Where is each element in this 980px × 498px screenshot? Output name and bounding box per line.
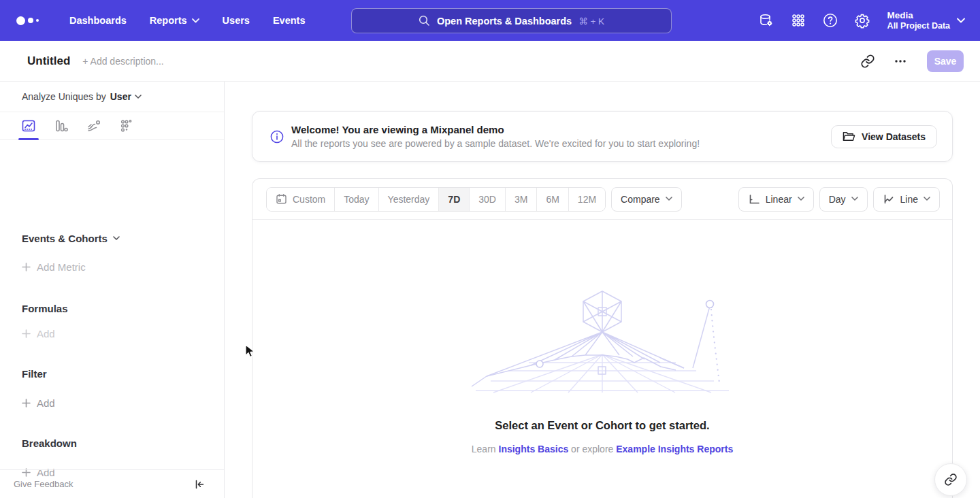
header-actions: Save bbox=[859, 50, 964, 72]
flows-icon bbox=[86, 118, 101, 133]
breakdown-section-title: Breakdown bbox=[22, 437, 77, 449]
give-feedback-link[interactable]: Give Feedback bbox=[14, 479, 73, 489]
range-3m[interactable]: 3M bbox=[505, 188, 536, 211]
retention-dots-icon bbox=[119, 118, 134, 133]
insights-line-chart-icon bbox=[21, 118, 36, 133]
interval-day-dropdown[interactable]: Day bbox=[819, 187, 868, 212]
nav-items: Dashboards Reports Users Events bbox=[69, 15, 305, 26]
analyze-row: Analyze Uniques by User bbox=[0, 82, 224, 112]
line-chart-icon bbox=[883, 193, 895, 205]
search-label: Open Reports & Dashboards bbox=[437, 16, 572, 27]
tab-flows[interactable] bbox=[86, 112, 102, 140]
tab-retention[interactable] bbox=[118, 112, 135, 140]
plus-icon bbox=[22, 329, 31, 338]
mixpanel-logo-icon[interactable] bbox=[16, 16, 46, 25]
data-management-icon[interactable] bbox=[758, 12, 774, 29]
linear-scale-dropdown[interactable]: Linear bbox=[738, 187, 814, 212]
report-header: Untitled + Add description... Save bbox=[0, 41, 980, 82]
add-formula-button[interactable]: Add bbox=[22, 328, 55, 339]
chevron-down-icon bbox=[798, 197, 804, 201]
chevron-down-icon bbox=[135, 95, 142, 99]
empty-state-links: Learn Insights Basics or explore Example… bbox=[472, 444, 733, 454]
plus-icon bbox=[22, 263, 31, 271]
tab-insights-line[interactable] bbox=[20, 112, 37, 140]
project-name: Media bbox=[887, 10, 950, 21]
filter-section-title: Filter bbox=[22, 368, 47, 380]
chart-type-line-dropdown[interactable]: Line bbox=[873, 187, 940, 212]
date-range-segmented-control: Custom Today Yesterday 7D 30D 3M 6M 12M bbox=[266, 187, 606, 212]
info-icon bbox=[270, 130, 284, 144]
nav-dashboards[interactable]: Dashboards bbox=[69, 15, 127, 26]
range-7d[interactable]: 7D bbox=[438, 188, 469, 211]
plus-icon bbox=[22, 399, 31, 408]
calendar-icon bbox=[276, 193, 287, 205]
analyze-label: Analyze Uniques by bbox=[22, 91, 106, 102]
nav-events[interactable]: Events bbox=[273, 15, 306, 26]
nav-users[interactable]: Users bbox=[223, 15, 250, 26]
chevron-down-icon bbox=[924, 197, 930, 201]
add-metric-button[interactable]: Add Metric bbox=[22, 261, 86, 273]
chevron-down-icon bbox=[666, 197, 672, 201]
visualization-tabs bbox=[0, 112, 224, 140]
search-shortcut: ⌘ + K bbox=[578, 16, 604, 27]
controls-bar: Custom Today Yesterday 7D 30D 3M 6M 12M … bbox=[252, 179, 952, 220]
banner-title: Welcome! You are viewing a Mixpanel demo bbox=[291, 124, 700, 135]
more-ellipsis-icon[interactable] bbox=[892, 52, 909, 70]
sidebar-footer: Give Feedback bbox=[0, 469, 224, 498]
range-custom[interactable]: Custom bbox=[267, 188, 334, 211]
link-icon[interactable] bbox=[859, 52, 877, 70]
project-scope: All Project Data bbox=[887, 21, 950, 31]
formulas-section-title: Formulas bbox=[22, 303, 68, 314]
add-filter-button[interactable]: Add bbox=[22, 397, 55, 409]
empty-state-illustration bbox=[466, 289, 738, 395]
chevron-down-icon bbox=[851, 197, 858, 201]
apps-grid-icon[interactable] bbox=[790, 12, 806, 29]
welcome-banner: Welcome! You are viewing a Mixpanel demo… bbox=[252, 111, 953, 162]
collapse-sidebar-icon[interactable] bbox=[194, 479, 205, 490]
example-insights-reports-link[interactable]: Example Insights Reports bbox=[616, 444, 733, 454]
add-description[interactable]: + Add description... bbox=[82, 56, 163, 67]
events-cohorts-section[interactable]: Events & Cohorts bbox=[22, 233, 120, 244]
bar-chart-icon bbox=[54, 118, 69, 133]
nav-reports[interactable]: Reports bbox=[150, 15, 199, 26]
report-card: Custom Today Yesterday 7D 30D 3M 6M 12M … bbox=[252, 178, 953, 498]
linear-axes-icon bbox=[748, 193, 760, 205]
link-icon bbox=[944, 473, 958, 486]
empty-state: Select an Event or Cohort to get started… bbox=[252, 220, 952, 454]
range-6m[interactable]: 6M bbox=[536, 188, 568, 211]
open-reports-search[interactable]: Open Reports & Dashboards ⌘ + K bbox=[351, 8, 672, 33]
content: Analyze Uniques by User bbox=[0, 82, 980, 498]
report-title[interactable]: Untitled bbox=[27, 54, 70, 68]
top-nav: Dashboards Reports Users Events Open Rep… bbox=[0, 0, 980, 41]
query-sidebar: Analyze Uniques by User bbox=[0, 82, 225, 498]
insights-basics-link[interactable]: Insights Basics bbox=[499, 444, 569, 454]
chevron-down-icon bbox=[192, 18, 199, 23]
main-area: Welcome! You are viewing a Mixpanel demo… bbox=[225, 82, 980, 498]
share-link-floating-button[interactable] bbox=[934, 463, 967, 496]
help-icon[interactable] bbox=[822, 12, 838, 29]
search-icon bbox=[419, 15, 430, 27]
chevron-down-icon bbox=[113, 236, 120, 241]
mixpanel-insights-page: Dashboards Reports Users Events Open Rep… bbox=[0, 0, 980, 498]
range-30d[interactable]: 30D bbox=[469, 188, 505, 211]
empty-state-title: Select an Event or Cohort to get started… bbox=[495, 419, 709, 432]
nav-right: Media All Project Data bbox=[758, 0, 965, 41]
tab-bar-chart[interactable] bbox=[53, 112, 69, 140]
range-today[interactable]: Today bbox=[334, 188, 378, 211]
save-button[interactable]: Save bbox=[927, 50, 964, 72]
range-12m[interactable]: 12M bbox=[568, 188, 605, 211]
chevron-down-icon bbox=[957, 18, 965, 23]
settings-gear-icon[interactable] bbox=[854, 12, 870, 29]
view-datasets-button[interactable]: View Datasets bbox=[831, 125, 937, 148]
chart-options: Linear Day Line bbox=[738, 187, 940, 212]
banner-subtitle: All the reports you see are powered by a… bbox=[291, 138, 700, 149]
analyze-by-dropdown[interactable]: User bbox=[110, 91, 142, 102]
compare-dropdown[interactable]: Compare bbox=[611, 187, 682, 212]
project-selector[interactable]: Media All Project Data bbox=[887, 10, 965, 31]
folder-open-icon bbox=[843, 131, 855, 142]
range-yesterday[interactable]: Yesterday bbox=[378, 188, 439, 211]
